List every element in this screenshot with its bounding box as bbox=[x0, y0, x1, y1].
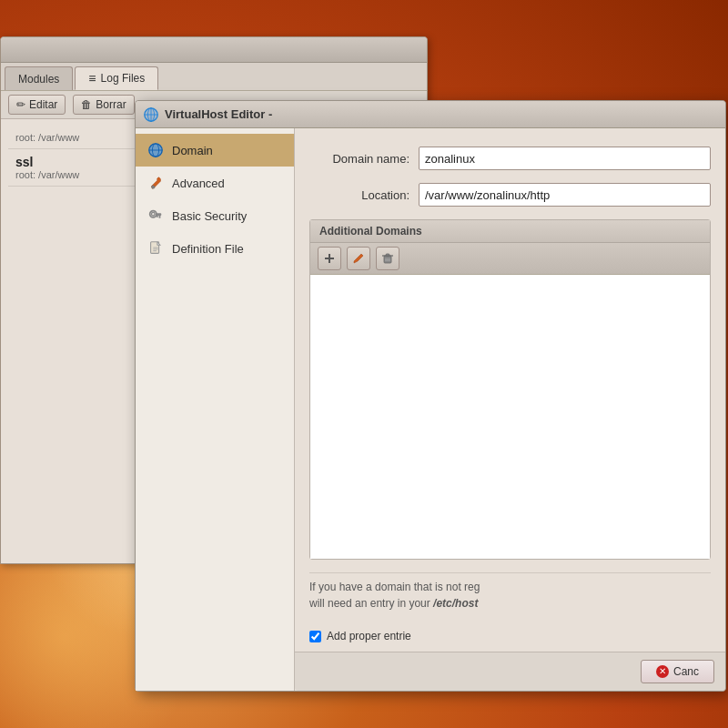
nav-advanced-label: Advanced bbox=[172, 177, 225, 190]
nav-item-advanced[interactable]: Advanced bbox=[136, 167, 294, 199]
log-files-tab-label: Log Files bbox=[101, 72, 146, 85]
location-label: Location: bbox=[309, 188, 410, 202]
nav-definition-file-label: Definition File bbox=[172, 242, 244, 256]
vh-body: Domain Advanced bbox=[136, 128, 725, 691]
edit-domain-button[interactable] bbox=[347, 247, 370, 270]
vh-dialog: VirtualHost Editor - Domain bbox=[135, 100, 726, 692]
location-row: Location: bbox=[309, 183, 711, 207]
cancel-label: Canc bbox=[673, 665, 699, 678]
additional-domains-section: Additional Domains bbox=[309, 219, 711, 560]
svg-rect-23 bbox=[386, 254, 389, 256]
back-window-titlebar bbox=[1, 37, 427, 63]
additional-domains-list bbox=[310, 275, 710, 559]
nav-item-definition-file[interactable]: Definition File bbox=[136, 232, 294, 265]
notice-text-1: If you have a domain that is not reg bbox=[309, 581, 480, 593]
vh-content: Domain name: Location: Additional Domain… bbox=[295, 128, 725, 652]
borrar-button[interactable]: 🗑 Borrar bbox=[73, 95, 134, 115]
svg-point-4 bbox=[145, 107, 157, 120]
tab-modules[interactable]: Modules bbox=[5, 66, 73, 90]
domain-name-input[interactable] bbox=[419, 147, 711, 170]
tab-log-files[interactable]: ≡ Log Files bbox=[75, 66, 158, 90]
wrench-nav-icon bbox=[147, 174, 165, 192]
svg-rect-12 bbox=[159, 216, 161, 218]
additional-domains-header: Additional Domains bbox=[310, 220, 710, 243]
add-domain-button[interactable] bbox=[318, 247, 341, 270]
svg-rect-13 bbox=[157, 216, 158, 217]
svg-point-10 bbox=[150, 211, 157, 217]
pencil-icon bbox=[352, 252, 365, 265]
delete-domain-button[interactable] bbox=[376, 247, 399, 270]
vh-notice: If you have a domain that is not reg wil… bbox=[309, 572, 711, 617]
editar-button[interactable]: ✏ Editar bbox=[8, 95, 66, 115]
key-nav-icon bbox=[147, 207, 165, 225]
doc-nav-icon bbox=[147, 239, 165, 258]
nav-basic-security-label: Basic Security bbox=[172, 209, 247, 223]
nav-item-domain[interactable]: Domain bbox=[136, 134, 294, 167]
notice-text-2: will need an entry in your /etc/host bbox=[309, 597, 478, 610]
globe-nav-icon bbox=[147, 141, 165, 159]
checkbox-row: Add proper entrie bbox=[309, 630, 711, 642]
back-window-tabs: Modules ≡ Log Files bbox=[1, 63, 427, 91]
domain-name-label: Domain name: bbox=[309, 152, 410, 166]
hosts-path: /etc/host bbox=[433, 597, 478, 610]
vh-sidebar: Domain Advanced bbox=[136, 128, 295, 691]
svg-rect-11 bbox=[156, 213, 161, 216]
trash-icon bbox=[381, 252, 394, 265]
nav-domain-label: Domain bbox=[172, 144, 213, 157]
trash-icon: 🗑 bbox=[81, 98, 92, 111]
location-input[interactable] bbox=[419, 183, 711, 207]
domain-name-row: Domain name: bbox=[309, 147, 711, 170]
checkbox-label: Add proper entrie bbox=[327, 630, 411, 642]
vh-titlebar: VirtualHost Editor - bbox=[136, 101, 725, 128]
modules-tab-label: Modules bbox=[18, 73, 59, 86]
plus-icon bbox=[323, 252, 336, 265]
hamburger-icon: ≡ bbox=[88, 72, 96, 85]
add-entries-checkbox[interactable] bbox=[309, 631, 321, 642]
svg-point-9 bbox=[152, 186, 156, 189]
cancel-x-icon: ✕ bbox=[656, 665, 669, 678]
additional-domains-toolbar bbox=[310, 243, 710, 275]
vh-footer: ✕ Canc bbox=[295, 652, 725, 691]
edit-icon: ✏ bbox=[16, 98, 25, 111]
nav-item-basic-security[interactable]: Basic Security bbox=[136, 199, 294, 232]
cancel-button[interactable]: ✕ Canc bbox=[641, 660, 714, 683]
svg-point-14 bbox=[152, 212, 156, 216]
vh-titlebar-icon bbox=[143, 106, 159, 123]
vh-dialog-title: VirtualHost Editor - bbox=[165, 107, 272, 121]
